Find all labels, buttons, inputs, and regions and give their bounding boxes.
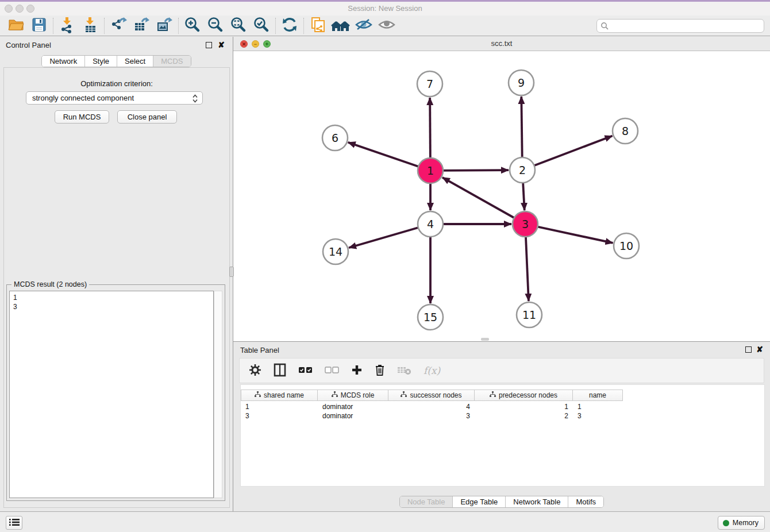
toolbar-separator — [303, 18, 304, 34]
mcds-result-list[interactable]: 13 — [9, 291, 214, 498]
table-cell[interactable]: 1 — [475, 402, 573, 411]
task-history-button[interactable] — [6, 516, 22, 530]
svg-text:3: 3 — [522, 218, 529, 230]
graph-edge-3-10[interactable] — [525, 224, 613, 243]
table-tab-network-table[interactable]: Network Table — [505, 496, 568, 507]
refresh-button[interactable] — [278, 17, 301, 35]
table-cell[interactable]: dominator — [318, 411, 388, 421]
graph-node-8[interactable]: 8 — [613, 118, 638, 144]
delete-table-button[interactable] — [397, 363, 412, 379]
search-icon — [600, 22, 609, 30]
column-header-successor-nodes[interactable]: successor nodes — [388, 390, 475, 401]
graph-node-2[interactable]: 2 — [510, 157, 535, 183]
graph-node-3[interactable]: 3 — [513, 211, 538, 237]
show-details-button[interactable] — [375, 17, 398, 35]
graph-node-14[interactable]: 14 — [323, 239, 348, 264]
import-table-button[interactable] — [79, 17, 102, 35]
window-controls[interactable] — [5, 5, 37, 15]
network-minimize-button[interactable]: − — [252, 40, 259, 48]
column-header-name[interactable]: name — [573, 390, 623, 401]
tab-select[interactable]: Select — [117, 56, 153, 67]
table-row[interactable]: 1dominator411 — [241, 402, 623, 411]
zoom-fit-button[interactable] — [227, 17, 250, 35]
select-all-rows-button[interactable] — [298, 363, 313, 379]
tab-mcds[interactable]: MCDS — [153, 56, 190, 67]
optimization-dropdown[interactable]: strongly connected component — [26, 91, 203, 105]
status-bar: Memory — [0, 511, 770, 532]
table-cell[interactable]: 3 — [241, 411, 318, 421]
graph-node-11[interactable]: 11 — [517, 302, 542, 327]
table-panel-header: Table Panel ✘ — [233, 342, 770, 359]
save-session-button[interactable] — [28, 17, 51, 35]
tab-style[interactable]: Style — [84, 56, 117, 67]
table-cell[interactable]: 1 — [241, 402, 318, 411]
table-settings-button[interactable] — [249, 363, 261, 379]
hierarchy-icon — [401, 391, 407, 399]
zoom-window-button[interactable] — [26, 5, 34, 13]
table-tab-motifs[interactable]: Motifs — [568, 496, 603, 507]
export-table-icon — [133, 16, 150, 35]
column-header-shared-name[interactable]: shared name — [241, 390, 318, 401]
graph-node-10[interactable]: 10 — [614, 233, 639, 259]
panel-splitter-grip[interactable] — [229, 267, 234, 277]
result-scrollbar[interactable] — [214, 291, 222, 498]
graph-node-4[interactable]: 4 — [418, 211, 443, 237]
deselect-all-rows-button[interactable] — [325, 363, 340, 379]
zoom-in-button[interactable] — [181, 17, 204, 35]
graph-node-9[interactable]: 9 — [509, 70, 534, 95]
float-table-panel-icon[interactable] — [745, 346, 752, 353]
hide-details-button[interactable] — [352, 17, 375, 35]
table-cell[interactable]: dominator — [318, 402, 388, 411]
zoom-selected-button[interactable] — [250, 17, 273, 35]
graph-node-1[interactable]: 1 — [418, 158, 443, 183]
close-panel-button[interactable]: Close panel — [117, 110, 177, 124]
result-item[interactable]: 3 — [13, 302, 210, 311]
delete-column-button[interactable] — [374, 363, 386, 379]
column-header-predecessor-nodes[interactable]: predecessor nodes — [475, 390, 573, 401]
control-panel: Control Panel ✘ NetworkStyleSelectMCDS O… — [0, 37, 233, 511]
float-panel-icon[interactable] — [206, 42, 212, 48]
network-file-button[interactable] — [306, 17, 329, 35]
graph-edge-3-1[interactable] — [442, 178, 525, 224]
table-cell[interactable]: 4 — [388, 402, 475, 411]
svg-text:15: 15 — [424, 311, 437, 323]
export-table-button[interactable] — [130, 17, 153, 35]
graph-node-15[interactable]: 15 — [418, 304, 443, 330]
export-image-button[interactable] — [153, 17, 176, 35]
dropdown-value: strongly connected component — [32, 94, 134, 102]
table-cell[interactable]: 2 — [475, 411, 573, 421]
export-network-button[interactable] — [107, 17, 130, 35]
table-cell[interactable]: 3 — [388, 411, 475, 421]
canvas-scrollbar-thumb[interactable] — [481, 338, 489, 341]
network-canvas[interactable]: 7968124314101511 — [233, 51, 770, 341]
table-cell[interactable]: 1 — [573, 402, 623, 411]
table-cell[interactable]: 3 — [573, 411, 623, 421]
network-maximize-button[interactable]: + — [263, 40, 271, 48]
import-network-button[interactable] — [56, 17, 79, 35]
open-session-button[interactable] — [5, 17, 28, 35]
minimize-window-button[interactable] — [16, 5, 24, 13]
zoom-out-button[interactable] — [204, 17, 227, 35]
search-input[interactable] — [596, 19, 764, 33]
column-header-MCDS-role[interactable]: MCDS role — [318, 390, 388, 401]
export-network-icon — [110, 16, 127, 35]
svg-text:2: 2 — [519, 164, 526, 176]
result-item[interactable]: 1 — [13, 293, 210, 302]
network-close-button[interactable]: ✕ — [240, 40, 248, 48]
add-column-button[interactable] — [351, 363, 363, 379]
close-table-panel-icon[interactable]: ✘ — [756, 344, 763, 354]
tab-network[interactable]: Network — [42, 56, 84, 67]
memory-button[interactable]: Memory — [718, 516, 765, 530]
show-columns-button[interactable] — [273, 363, 287, 379]
run-mcds-button[interactable]: Run MCDS — [55, 110, 109, 124]
home-button[interactable] — [329, 17, 352, 35]
graph-node-7[interactable]: 7 — [417, 71, 442, 97]
graph-node-6[interactable]: 6 — [322, 125, 348, 151]
table-row[interactable]: 3dominator323 — [241, 411, 623, 421]
function-builder-button[interactable]: f(x) — [424, 363, 440, 379]
close-panel-icon[interactable]: ✘ — [218, 40, 225, 50]
table-tab-edge-table[interactable]: Edge Table — [452, 496, 505, 507]
table-tab-node-table[interactable]: Node Table — [400, 496, 453, 507]
graph-edge-2-8[interactable] — [522, 136, 613, 170]
close-window-button[interactable] — [5, 5, 13, 13]
